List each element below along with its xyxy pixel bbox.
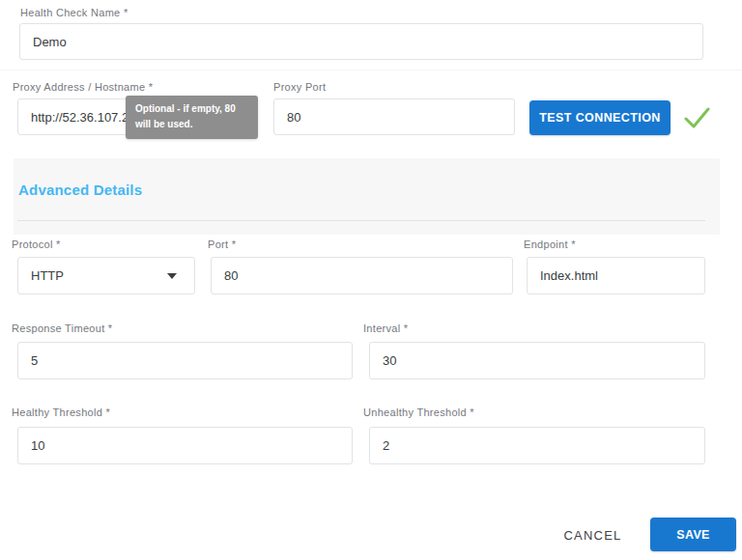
proxy-port-input[interactable] [273, 98, 515, 135]
protocol-select[interactable]: HTTP [17, 257, 195, 294]
protocol-selected-value: HTTP [31, 268, 64, 283]
test-connection-button[interactable]: TEST CONNECTION [529, 100, 671, 135]
proxy-address-label: Proxy Address / Hostname * [13, 81, 153, 93]
endpoint-input[interactable] [527, 257, 705, 294]
save-button[interactable]: SAVE [650, 518, 736, 551]
interval-label: Interval * [363, 322, 408, 334]
unhealthy-threshold-label: Unhealthy Threshold * [363, 406, 474, 418]
response-timeout-input[interactable] [17, 342, 353, 379]
section-divider [17, 220, 705, 221]
endpoint-label: Endpoint * [524, 238, 576, 250]
interval-input[interactable] [369, 342, 705, 379]
unhealthy-threshold-input[interactable] [369, 427, 705, 464]
protocol-label: Protocol * [12, 238, 61, 250]
health-check-form: Health Check Name * Proxy Address / Host… [0, 0, 742, 560]
proxy-port-label: Proxy Port [273, 81, 326, 93]
port-input[interactable] [211, 257, 513, 294]
advanced-details-title: Advanced Details [18, 182, 142, 198]
response-timeout-label: Response Timeout * [12, 322, 112, 334]
chevron-down-icon [167, 273, 177, 279]
proxy-port-tooltip: Optional - if empty, 80 will be used. [126, 96, 258, 139]
healthy-threshold-label: Healthy Threshold * [12, 406, 110, 418]
success-check-icon [684, 107, 710, 133]
port-label: Port * [208, 238, 236, 250]
healthy-threshold-input[interactable] [17, 427, 353, 464]
row-divider [0, 70, 742, 70]
health-check-name-input[interactable] [19, 23, 703, 60]
health-check-name-label: Health Check Name * [20, 7, 128, 18]
cancel-button[interactable]: CANCEL [557, 522, 628, 547]
